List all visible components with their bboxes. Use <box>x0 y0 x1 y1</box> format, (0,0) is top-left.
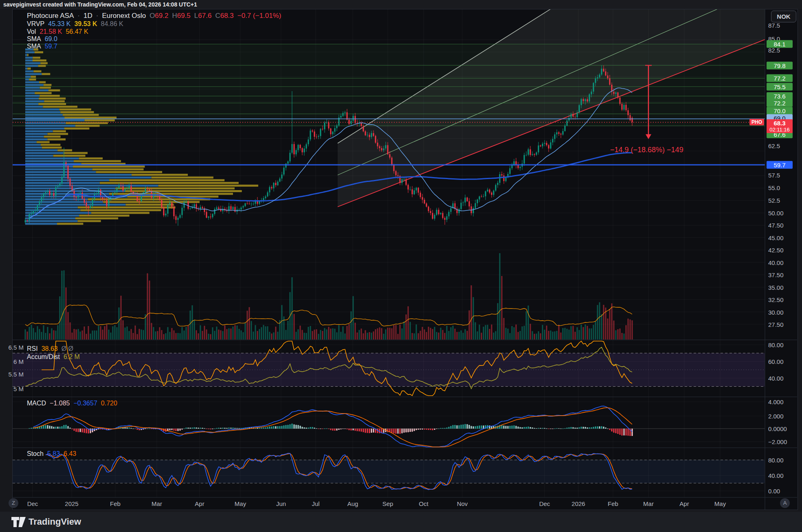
rsi-legend[interactable]: RSI 38.63 Ø Ø <box>27 345 73 352</box>
attribution-bar: savepiginvest created with TradingView.c… <box>0 0 802 9</box>
sma-slow-legend[interactable]: SMA 59.7 <box>27 43 57 50</box>
price-axis-badge[interactable]: 72.2 <box>767 99 793 107</box>
price-axis-tick[interactable]: 35.00 <box>768 284 784 291</box>
accdist-axis-tick[interactable]: 5 M <box>13 385 24 392</box>
price-axis-tick[interactable]: 52.5 <box>768 197 780 204</box>
macd-axis-tick[interactable]: −2.000 <box>768 438 787 445</box>
tradingview-brand[interactable]: TradingView <box>29 517 81 527</box>
accdist-axis-tick[interactable]: 6 M <box>13 358 24 365</box>
macd-line-value: −0.3657 <box>74 400 97 407</box>
rsi-axis-tick[interactable]: 60.00 <box>768 358 784 365</box>
price-axis-tick[interactable]: 40.00 <box>768 259 784 266</box>
stoch-d-value: 6.43 <box>64 450 76 458</box>
rsi-axis-tick[interactable]: 40.00 <box>768 375 784 382</box>
price-axis-tick[interactable]: 27.50 <box>768 321 784 328</box>
symbol-legend[interactable]: Photocure ASA · 1D · Euronext Oslo O69.2… <box>27 12 281 20</box>
time-axis-label[interactable]: Dec <box>27 500 38 507</box>
attribution-text: savepiginvest created with TradingView.c… <box>3 1 197 8</box>
macd-signal-value: 0.720 <box>101 400 117 407</box>
close-value: 68.3 <box>220 12 234 20</box>
time-axis-label[interactable]: Feb <box>608 500 618 507</box>
volume-legend[interactable]: Vol 21.58 K 56.47 K <box>27 28 88 35</box>
accdist-axis-tick[interactable]: 6.5 M <box>8 344 24 351</box>
time-axis-label[interactable]: Aug <box>347 500 358 507</box>
accdist-legend[interactable]: Accum/Dist 6.2 M <box>27 353 80 361</box>
time-axis-label[interactable]: 2025 <box>65 500 78 507</box>
chart-container[interactable] <box>12 9 798 510</box>
macd-hist-value: −1.085 <box>50 400 70 407</box>
macd-axis-tick[interactable]: 4.000 <box>768 398 784 405</box>
price-axis-tick[interactable]: 45.00 <box>768 234 784 241</box>
price-axis-tick[interactable]: 62.5 <box>768 142 780 149</box>
price-axis-badge[interactable]: 84.1 <box>767 40 793 48</box>
stoch-axis-tick[interactable]: 40.00 <box>768 472 784 479</box>
exchange: Euronext Oslo <box>102 12 146 20</box>
measure-annotation: −14.9 (−18.68%) −149 <box>610 146 683 154</box>
sma-slow-value: 59.7 <box>45 43 57 50</box>
tradingview-logo-icon[interactable] <box>11 517 26 528</box>
macd-axis-tick[interactable]: 2.000 <box>768 413 784 420</box>
sma-fast-value: 69.0 <box>45 35 57 43</box>
time-axis-label[interactable]: Jun <box>276 500 286 507</box>
vrvp-down-volume: 39.53 K <box>74 20 97 28</box>
change-value: −0.7 (−1.01%) <box>237 12 281 20</box>
time-axis-label[interactable]: Sep <box>382 500 393 507</box>
price-axis-tick[interactable]: 87.5 <box>768 22 780 29</box>
time-axis-label[interactable]: May <box>714 500 726 507</box>
symbol-name[interactable]: Photocure ASA <box>27 12 74 20</box>
time-axis-label[interactable]: Oct <box>419 500 428 507</box>
time-axis-label[interactable]: 2026 <box>571 500 585 507</box>
stoch-legend[interactable]: Stoch 5.83 6.43 <box>27 450 76 458</box>
high-value: 69.5 <box>177 12 191 20</box>
price-axis-badge[interactable]: 70.0 <box>767 107 793 115</box>
time-axis-label[interactable]: Nov <box>457 500 468 507</box>
volume-ma-value: 56.47 K <box>66 28 88 35</box>
price-axis-tick[interactable]: 42.50 <box>768 247 784 254</box>
time-axis-label[interactable]: Dec <box>539 500 550 507</box>
open-value: 69.2 <box>155 12 168 20</box>
time-axis-label[interactable]: Mar <box>152 500 162 507</box>
time-axis-label[interactable]: Feb <box>110 500 121 507</box>
accdist-value: 6.2 M <box>64 353 80 361</box>
low-value: 67.6 <box>198 12 211 20</box>
time-axis-label[interactable]: Apr <box>679 500 689 507</box>
sma-fast-legend[interactable]: SMA 69.0 <box>27 35 57 43</box>
macd-axis-tick[interactable]: 0.0000 <box>768 425 787 432</box>
interval[interactable]: 1D <box>83 12 92 20</box>
price-axis-tick[interactable]: 30.00 <box>768 309 784 316</box>
stoch-axis-tick[interactable]: 80.00 <box>768 457 784 464</box>
price-axis-tick[interactable]: 55.0 <box>768 184 780 191</box>
price-axis-tick[interactable]: 57.5 <box>768 172 780 179</box>
currency-button[interactable]: NOK <box>771 11 796 22</box>
auto-scale-button[interactable]: A <box>780 498 790 508</box>
time-axis-label[interactable]: Apr <box>195 500 204 507</box>
time-axis-label[interactable]: Mar <box>643 500 654 507</box>
time-axis-label[interactable]: Jul <box>312 500 319 507</box>
price-axis-tick[interactable]: 50.00 <box>768 210 784 217</box>
rsi-value: 38.63 <box>42 345 58 352</box>
last-price-badge[interactable]: 68.302:11:16 <box>767 119 793 133</box>
footer: TradingView <box>0 512 802 532</box>
price-axis-tick[interactable]: 37.50 <box>768 271 784 278</box>
price-axis-badge[interactable]: 59.7 <box>767 161 793 169</box>
vrvp-total: 84.86 K <box>101 20 123 28</box>
vrvp-legend[interactable]: VRVP 45.33 K 39.53 K 84.86 K <box>27 20 123 28</box>
price-axis-tick[interactable]: 32.50 <box>768 296 784 303</box>
macd-legend[interactable]: MACD −1.085 −0.3657 0.720 <box>27 400 117 407</box>
time-axis-label[interactable]: May <box>235 500 246 507</box>
symbol-price-label: PHO <box>749 119 764 125</box>
accdist-axis-tick[interactable]: 5.5 M <box>8 371 24 378</box>
stoch-axis-tick[interactable]: 0.00 <box>768 488 780 495</box>
rsi-source-icons[interactable]: Ø Ø <box>62 345 73 352</box>
timezone-button[interactable]: Z <box>9 498 18 508</box>
price-axis-badge[interactable]: 75.5 <box>767 83 793 91</box>
stoch-k-value: 5.83 <box>47 450 60 458</box>
rsi-axis-tick[interactable]: 80.00 <box>768 342 784 348</box>
price-axis-badge[interactable]: 79.8 <box>767 62 793 70</box>
price-axis-tick[interactable]: 47.50 <box>768 222 784 229</box>
volume-value: 21.58 K <box>40 28 62 35</box>
vrvp-up-volume: 45.33 K <box>48 20 70 28</box>
price-axis-badge[interactable]: 77.2 <box>767 74 793 82</box>
